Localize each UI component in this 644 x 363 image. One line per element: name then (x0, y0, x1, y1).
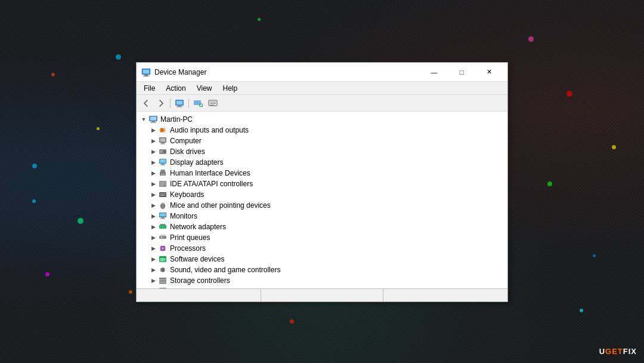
monitors-expander[interactable]: ▶ (148, 211, 158, 222)
tree-item-processors[interactable]: ▶ (137, 243, 507, 254)
tree-item-network[interactable]: ▶ Network adapters (137, 222, 507, 232)
monitors-icon (158, 211, 168, 221)
keyboards-label: Keyboards (170, 190, 204, 199)
watermark: UGETFIX (599, 347, 637, 356)
tree-item-print[interactable]: ▶ Print queues (137, 232, 507, 243)
mice-expander[interactable]: ▶ (148, 200, 158, 211)
svg-rect-48 (163, 193, 165, 195)
disk-expander[interactable]: ▶ (148, 146, 158, 157)
svg-rect-20 (162, 129, 163, 131)
svg-point-106 (165, 278, 166, 279)
tree-item-ide[interactable]: ▶ IDE ATA/ATAPI controllers (137, 179, 507, 189)
tree-item-audio[interactable]: ▶ Audio inputs and outputs (137, 125, 507, 136)
tree-item-disk[interactable]: ▶ Disk drives (137, 146, 507, 157)
svg-rect-6 (178, 106, 181, 107)
mice-label: Mice and other pointing devices (170, 201, 271, 210)
svg-rect-24 (160, 144, 165, 144)
tree-view[interactable]: ▼ Martin-PC ▶ (137, 112, 507, 288)
svg-rect-64 (161, 226, 162, 228)
audio-expander[interactable]: ▶ (148, 125, 158, 136)
title-bar: Device Manager — □ ✕ (137, 63, 507, 82)
watermark-fix: FIX (623, 347, 637, 356)
disk-icon (158, 147, 168, 156)
update-button[interactable] (206, 97, 220, 110)
close-button[interactable]: ✕ (475, 63, 503, 82)
keyboards-icon (158, 190, 168, 199)
network-expander[interactable]: ▶ (148, 222, 158, 232)
processors-expander[interactable]: ▶ (148, 243, 158, 254)
svg-rect-50 (160, 195, 161, 196)
menu-help[interactable]: Help (218, 83, 243, 94)
watermark-u: U (599, 347, 605, 356)
svg-rect-44 (159, 192, 166, 197)
svg-point-56 (162, 204, 164, 205)
toolbar-separator-2 (188, 99, 189, 108)
svg-rect-36 (161, 173, 162, 174)
svg-rect-46 (161, 193, 162, 195)
minimize-button[interactable]: — (420, 63, 448, 82)
tree-item-monitors[interactable]: ▶ Monitors (137, 211, 507, 222)
svg-rect-35 (160, 172, 166, 176)
hid-expander[interactable]: ▶ (148, 168, 158, 179)
audio-icon (158, 125, 168, 135)
tree-item-storage[interactable]: ▶ Storage controllers (137, 275, 507, 286)
sound-expander[interactable]: ▶ (148, 264, 158, 275)
display-icon (158, 158, 168, 167)
hid-label: Human Interface Devices (170, 169, 250, 177)
svg-rect-72 (161, 237, 162, 238)
svg-rect-45 (160, 193, 161, 195)
status-segment-1 (139, 289, 261, 302)
tree-item-hid[interactable]: ▶ Human Interface Devices (137, 168, 507, 179)
tree-item-display[interactable]: ▶ Display adapters (137, 157, 507, 168)
menu-file[interactable]: File (139, 83, 160, 94)
svg-rect-67 (165, 227, 166, 228)
tree-root[interactable]: ▼ Martin-PC (137, 114, 507, 125)
maximize-button[interactable]: □ (448, 63, 475, 82)
menu-action[interactable]: Action (161, 83, 190, 94)
tree-item-computer[interactable]: ▶ Computer (137, 136, 507, 146)
svg-rect-22 (160, 139, 166, 142)
storage-expander[interactable]: ▶ (148, 275, 158, 286)
svg-line-10 (202, 106, 203, 107)
root-expander[interactable]: ▼ (139, 114, 148, 125)
audio-label: Audio inputs and outputs (170, 126, 249, 134)
svg-rect-28 (160, 151, 163, 152)
tree-item-software[interactable]: ▶ Software devices (137, 254, 507, 264)
scan-button[interactable] (191, 97, 205, 110)
svg-rect-51 (161, 195, 164, 196)
svg-rect-65 (162, 226, 163, 228)
network-label: Network adapters (170, 223, 226, 231)
computer-expander[interactable]: ▶ (148, 136, 158, 146)
ide-expander[interactable]: ▶ (148, 179, 158, 189)
menu-bar: File Action View Help (137, 82, 507, 95)
keyboards-expander[interactable]: ▶ (148, 189, 158, 200)
svg-rect-37 (163, 173, 165, 174)
software-expander[interactable]: ▶ (148, 254, 158, 264)
mice-icon (158, 201, 168, 210)
forward-button[interactable] (154, 97, 168, 110)
watermark-get: GET (605, 347, 623, 356)
svg-rect-2 (144, 75, 148, 76)
svg-point-108 (165, 282, 166, 284)
svg-point-102 (163, 269, 164, 270)
print-icon (158, 233, 168, 242)
svg-rect-29 (160, 152, 162, 153)
print-expander[interactable]: ▶ (148, 232, 158, 243)
svg-rect-73 (161, 240, 165, 241)
properties-button[interactable] (172, 97, 187, 110)
ide-icon (158, 179, 168, 189)
svg-rect-40 (160, 182, 166, 183)
svg-rect-18 (150, 122, 156, 123)
svg-rect-70 (159, 236, 166, 239)
tree-item-keyboards[interactable]: ▶ Keyboards (137, 189, 507, 200)
back-button[interactable] (139, 97, 153, 110)
svg-rect-41 (160, 183, 166, 184)
print-label: Print queues (170, 233, 210, 242)
tree-item-sound[interactable]: ▶ Sound, video and game controllers (137, 264, 507, 275)
svg-point-97 (162, 257, 162, 258)
tree-item-mice[interactable]: ▶ Mice and other pointing devices (137, 200, 507, 211)
menu-view[interactable]: View (192, 83, 217, 94)
computer-label: Computer (170, 137, 202, 145)
title-bar-controls: — □ ✕ (420, 63, 503, 82)
display-expander[interactable]: ▶ (148, 157, 158, 168)
